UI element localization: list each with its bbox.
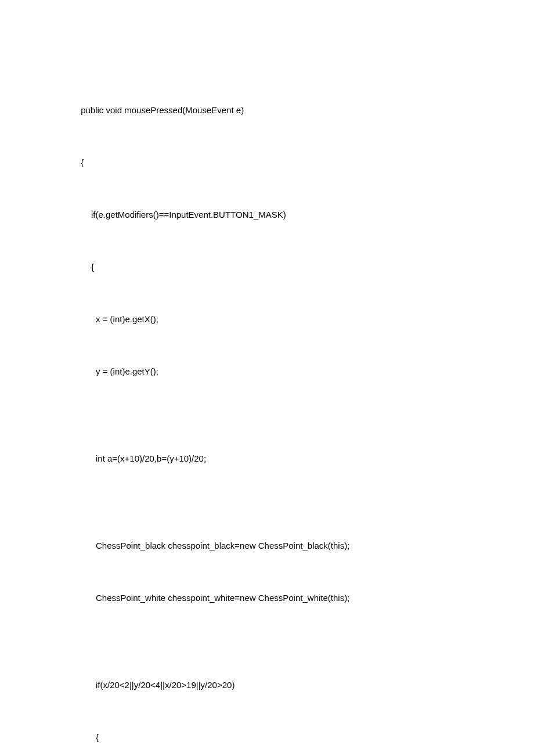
code-line: { bbox=[78, 154, 456, 171]
code-line: int a=(x+10)/20,b=(y+10)/20; bbox=[78, 450, 456, 467]
code-line: x = (int)e.getX(); bbox=[78, 311, 456, 328]
code-line: { bbox=[78, 729, 456, 746]
code-line: public void mousePressed(MouseEvent e) bbox=[78, 102, 456, 119]
code-block: public void mousePressed(MouseEvent e) {… bbox=[78, 67, 456, 756]
code-line: if(x/20<2||y/20<4||x/20>19||y/20>20) bbox=[78, 676, 456, 694]
code-line: ChessPoint_black chesspoint_black=new Ch… bbox=[78, 537, 456, 555]
code-line: y = (int)e.getY(); bbox=[78, 363, 456, 380]
code-line: { bbox=[78, 258, 456, 276]
document-page: public void mousePressed(MouseEvent e) {… bbox=[0, 0, 534, 756]
code-line: if(e.getModifiers()==InputEvent.BUTTON1_… bbox=[78, 206, 456, 224]
code-line: ChessPoint_white chesspoint_white=new Ch… bbox=[78, 589, 456, 607]
